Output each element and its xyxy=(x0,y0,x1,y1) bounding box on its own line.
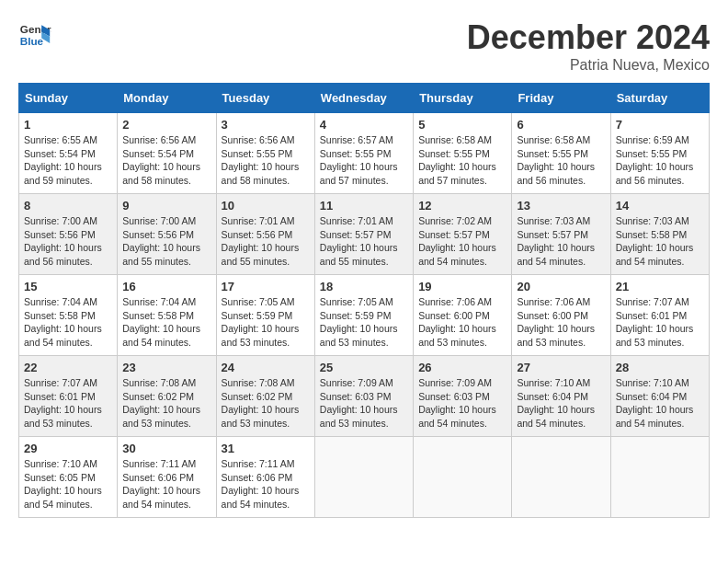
day-info: Sunrise: 7:04 AM Sunset: 5:58 PM Dayligh… xyxy=(24,295,112,350)
day-info: Sunrise: 7:08 AM Sunset: 6:02 PM Dayligh… xyxy=(122,376,210,431)
calendar-cell: 9Sunrise: 7:00 AM Sunset: 5:56 PM Daylig… xyxy=(118,194,216,275)
day-info: Sunrise: 6:58 AM Sunset: 5:55 PM Dayligh… xyxy=(517,133,605,188)
calendar-week-row: 1Sunrise: 6:55 AM Sunset: 5:54 PM Daylig… xyxy=(19,113,710,194)
calendar-cell: 15Sunrise: 7:04 AM Sunset: 5:58 PM Dayli… xyxy=(19,275,118,356)
weekday-header-friday: Friday xyxy=(512,84,610,113)
calendar-cell xyxy=(512,437,610,518)
day-info: Sunrise: 6:59 AM Sunset: 5:55 PM Dayligh… xyxy=(616,133,704,188)
calendar-cell: 4Sunrise: 6:57 AM Sunset: 5:55 PM Daylig… xyxy=(314,113,413,194)
day-number: 27 xyxy=(517,361,605,374)
calendar-cell: 22Sunrise: 7:07 AM Sunset: 6:01 PM Dayli… xyxy=(19,356,118,437)
subtitle: Patria Nueva, Mexico xyxy=(467,57,710,74)
day-number: 4 xyxy=(320,118,408,132)
calendar-cell: 31Sunrise: 7:11 AM Sunset: 6:06 PM Dayli… xyxy=(216,437,314,518)
calendar-cell xyxy=(414,437,512,518)
calendar-cell: 11Sunrise: 7:01 AM Sunset: 5:57 PM Dayli… xyxy=(314,194,413,275)
day-info: Sunrise: 7:03 AM Sunset: 5:58 PM Dayligh… xyxy=(616,214,704,269)
day-info: Sunrise: 7:06 AM Sunset: 6:00 PM Dayligh… xyxy=(418,295,506,350)
calendar-cell: 12Sunrise: 7:02 AM Sunset: 5:57 PM Dayli… xyxy=(414,194,512,275)
header: General Blue December 2024 Patria Nueva,… xyxy=(18,18,710,74)
day-number: 23 xyxy=(122,361,210,374)
day-number: 19 xyxy=(418,280,506,293)
day-number: 14 xyxy=(616,199,704,213)
calendar-cell: 26Sunrise: 7:09 AM Sunset: 6:03 PM Dayli… xyxy=(414,356,512,437)
day-info: Sunrise: 7:03 AM Sunset: 5:57 PM Dayligh… xyxy=(517,214,605,269)
day-info: Sunrise: 7:10 AM Sunset: 6:04 PM Dayligh… xyxy=(616,376,704,431)
calendar-cell: 18Sunrise: 7:05 AM Sunset: 5:59 PM Dayli… xyxy=(314,275,413,356)
day-number: 10 xyxy=(222,199,310,213)
day-number: 13 xyxy=(517,199,605,213)
calendar-cell: 7Sunrise: 6:59 AM Sunset: 5:55 PM Daylig… xyxy=(610,113,709,194)
calendar-week-row: 22Sunrise: 7:07 AM Sunset: 6:01 PM Dayli… xyxy=(19,356,710,437)
calendar-cell: 20Sunrise: 7:06 AM Sunset: 6:00 PM Dayli… xyxy=(512,275,610,356)
calendar-cell: 24Sunrise: 7:08 AM Sunset: 6:02 PM Dayli… xyxy=(216,356,314,437)
day-info: Sunrise: 7:10 AM Sunset: 6:05 PM Dayligh… xyxy=(24,457,112,511)
logo-icon: General Blue xyxy=(18,18,51,52)
day-info: Sunrise: 6:55 AM Sunset: 5:54 PM Dayligh… xyxy=(24,133,112,188)
day-number: 20 xyxy=(517,280,605,293)
day-number: 17 xyxy=(222,280,310,293)
day-number: 28 xyxy=(616,361,704,374)
calendar-cell: 1Sunrise: 6:55 AM Sunset: 5:54 PM Daylig… xyxy=(19,113,118,194)
day-info: Sunrise: 7:11 AM Sunset: 6:06 PM Dayligh… xyxy=(222,457,310,511)
calendar-cell xyxy=(314,437,413,518)
day-info: Sunrise: 7:05 AM Sunset: 5:59 PM Dayligh… xyxy=(222,295,310,350)
day-number: 8 xyxy=(24,199,112,213)
day-info: Sunrise: 7:04 AM Sunset: 5:58 PM Dayligh… xyxy=(122,295,210,350)
weekday-header-thursday: Thursday xyxy=(414,84,512,113)
day-number: 15 xyxy=(24,280,112,293)
day-number: 11 xyxy=(320,199,408,213)
weekday-header-wednesday: Wednesday xyxy=(314,84,413,113)
weekday-header-row: SundayMondayTuesdayWednesdayThursdayFrid… xyxy=(19,84,710,113)
day-info: Sunrise: 7:08 AM Sunset: 6:02 PM Dayligh… xyxy=(222,376,310,431)
calendar-cell: 17Sunrise: 7:05 AM Sunset: 5:59 PM Dayli… xyxy=(216,275,314,356)
calendar-cell: 3Sunrise: 6:56 AM Sunset: 5:55 PM Daylig… xyxy=(216,113,314,194)
day-info: Sunrise: 6:56 AM Sunset: 5:54 PM Dayligh… xyxy=(122,133,210,188)
calendar-cell: 23Sunrise: 7:08 AM Sunset: 6:02 PM Dayli… xyxy=(118,356,216,437)
title-section: December 2024 Patria Nueva, Mexico xyxy=(467,18,710,74)
calendar-cell: 25Sunrise: 7:09 AM Sunset: 6:03 PM Dayli… xyxy=(314,356,413,437)
calendar-cell: 27Sunrise: 7:10 AM Sunset: 6:04 PM Dayli… xyxy=(512,356,610,437)
calendar-cell: 28Sunrise: 7:10 AM Sunset: 6:04 PM Dayli… xyxy=(610,356,709,437)
day-number: 1 xyxy=(24,118,112,132)
day-info: Sunrise: 7:00 AM Sunset: 5:56 PM Dayligh… xyxy=(24,214,112,269)
day-info: Sunrise: 7:09 AM Sunset: 6:03 PM Dayligh… xyxy=(418,376,506,431)
day-number: 21 xyxy=(616,280,704,293)
day-number: 29 xyxy=(24,442,112,455)
day-info: Sunrise: 7:01 AM Sunset: 5:56 PM Dayligh… xyxy=(222,214,310,269)
calendar-cell: 6Sunrise: 6:58 AM Sunset: 5:55 PM Daylig… xyxy=(512,113,610,194)
weekday-header-saturday: Saturday xyxy=(610,84,709,113)
calendar-cell: 21Sunrise: 7:07 AM Sunset: 6:01 PM Dayli… xyxy=(610,275,709,356)
day-info: Sunrise: 7:01 AM Sunset: 5:57 PM Dayligh… xyxy=(320,214,408,269)
day-info: Sunrise: 7:06 AM Sunset: 6:00 PM Dayligh… xyxy=(517,295,605,350)
day-number: 12 xyxy=(418,199,506,213)
svg-text:Blue: Blue xyxy=(20,35,44,47)
day-number: 7 xyxy=(616,118,704,132)
calendar-cell: 13Sunrise: 7:03 AM Sunset: 5:57 PM Dayli… xyxy=(512,194,610,275)
day-number: 22 xyxy=(24,361,112,374)
day-info: Sunrise: 7:07 AM Sunset: 6:01 PM Dayligh… xyxy=(616,295,704,350)
day-number: 30 xyxy=(122,442,210,455)
day-number: 16 xyxy=(122,280,210,293)
day-info: Sunrise: 6:57 AM Sunset: 5:55 PM Dayligh… xyxy=(320,133,408,188)
weekday-header-tuesday: Tuesday xyxy=(216,84,314,113)
calendar-cell: 8Sunrise: 7:00 AM Sunset: 5:56 PM Daylig… xyxy=(19,194,118,275)
day-number: 9 xyxy=(122,199,210,213)
calendar-cell: 5Sunrise: 6:58 AM Sunset: 5:55 PM Daylig… xyxy=(414,113,512,194)
day-info: Sunrise: 7:07 AM Sunset: 6:01 PM Dayligh… xyxy=(24,376,112,431)
calendar-table: SundayMondayTuesdayWednesdayThursdayFrid… xyxy=(18,83,710,518)
day-number: 2 xyxy=(122,118,210,132)
calendar-cell: 30Sunrise: 7:11 AM Sunset: 6:06 PM Dayli… xyxy=(118,437,216,518)
day-number: 24 xyxy=(222,361,310,374)
day-info: Sunrise: 6:58 AM Sunset: 5:55 PM Dayligh… xyxy=(418,133,506,188)
calendar-cell: 29Sunrise: 7:10 AM Sunset: 6:05 PM Dayli… xyxy=(19,437,118,518)
calendar-cell: 2Sunrise: 6:56 AM Sunset: 5:54 PM Daylig… xyxy=(118,113,216,194)
day-info: Sunrise: 7:05 AM Sunset: 5:59 PM Dayligh… xyxy=(320,295,408,350)
calendar-cell: 19Sunrise: 7:06 AM Sunset: 6:00 PM Dayli… xyxy=(414,275,512,356)
day-info: Sunrise: 7:00 AM Sunset: 5:56 PM Dayligh… xyxy=(122,214,210,269)
day-number: 31 xyxy=(222,442,310,455)
calendar-cell xyxy=(610,437,709,518)
weekday-header-sunday: Sunday xyxy=(19,84,118,113)
day-info: Sunrise: 7:11 AM Sunset: 6:06 PM Dayligh… xyxy=(122,457,210,511)
day-info: Sunrise: 7:02 AM Sunset: 5:57 PM Dayligh… xyxy=(418,214,506,269)
